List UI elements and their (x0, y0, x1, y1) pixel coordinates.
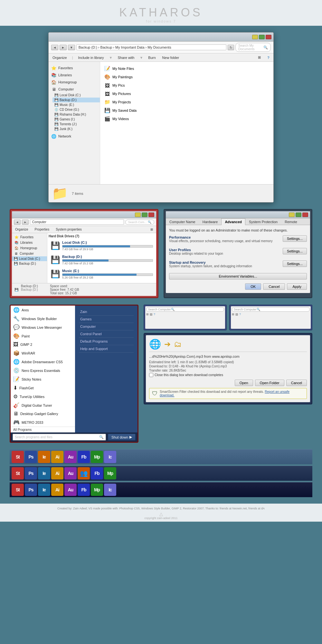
search-box[interactable]: Search My Documents 🔍 (235, 43, 271, 52)
start-right-item-help-and-support[interactable]: Help and Support (79, 345, 134, 353)
burn-button[interactable]: Burn (147, 55, 157, 60)
taskbar-icon-group[interactable]: 👥 (78, 467, 90, 479)
comp-search[interactable]: Search Com... 🔍 (125, 220, 154, 225)
mini-search-1[interactable]: Search Computer 🔍 (146, 307, 224, 312)
mini-help-1[interactable]: ? (154, 313, 155, 316)
sidebar-item-libraries[interactable]: 📚 Libraries (49, 71, 100, 79)
settings-button-user-profiles[interactable]: Settings... (283, 248, 307, 254)
start-right-item-default-programs[interactable]: Default Programs (79, 338, 134, 345)
start-program-desktop-gadget-gallery[interactable]: 🖥Desktop Gadget Gallery (11, 410, 75, 418)
new-folder-button[interactable]: New folder (161, 55, 181, 60)
sp-min[interactable] (289, 213, 295, 217)
all-programs-button[interactable]: All Programs (11, 427, 75, 432)
start-program-sticky-notes[interactable]: 📝Sticky Notes (11, 375, 75, 384)
start-right-item-control-panel[interactable]: Control Panel (79, 330, 134, 338)
comp-libraries[interactable]: 📚 Libraries (12, 240, 47, 245)
taskbar-icon-st[interactable]: St (12, 484, 24, 496)
taskbar-icon-ai[interactable]: Ai (51, 467, 63, 479)
start-program-tuneup-utilities[interactable]: ⚙TuneUp Utilities (11, 392, 75, 401)
mini-help-2[interactable]: ? (239, 313, 241, 316)
taskbar-icon-au[interactable]: Au (64, 451, 77, 463)
taskbar-icon-mp[interactable]: Mp (91, 451, 103, 463)
comp-sysprops[interactable]: System properties (54, 227, 83, 232)
start-program-gimp-2[interactable]: 🖼GIMP 2 (11, 340, 75, 349)
comp-favorites[interactable]: ⭐ Favorites (12, 234, 47, 240)
help-button[interactable]: ? (266, 55, 271, 60)
breadcrumb[interactable]: Backup (D:) › Backup › My Important Data… (76, 44, 226, 50)
settings-button-startup-and-recovery[interactable]: Settings... (283, 260, 307, 267)
apply-button[interactable]: Apply (287, 283, 307, 290)
start-program-windows-live-messenger[interactable]: 💬Windows Live Messenger (11, 323, 75, 332)
start-program-windows-style-builder[interactable]: 🔧Windows Style Builder (11, 314, 75, 323)
mini-view-1[interactable]: ⊞ (146, 313, 149, 316)
taskbar-icon-st[interactable]: St (12, 467, 24, 479)
sidebar-item-computer[interactable]: 🖥 Computer (49, 86, 100, 93)
start-program-nero-express-essentials[interactable]: 💿Nero Express Essentials (11, 366, 75, 375)
taskbar-icon-st[interactable]: St (12, 451, 24, 463)
close-button[interactable] (266, 35, 271, 39)
taskbar-icon-au[interactable]: Au (64, 484, 77, 496)
start-right-item-computer[interactable]: Computer (79, 323, 134, 330)
taskbar-icon-mp[interactable]: Mp (91, 484, 103, 496)
sidebar-item-network[interactable]: 🌐 Network (49, 133, 100, 140)
taskbar-icon-ai[interactable]: Ai (51, 484, 63, 496)
sidebar-torrents-j[interactable]: 💾 Torrents (J:) (52, 122, 100, 127)
taskbar-icon-fb[interactable]: Fb (78, 484, 90, 496)
maximize-button[interactable] (259, 35, 265, 39)
file-item[interactable]: 🎬My Videos (103, 115, 271, 123)
taskbar-icon-fb[interactable]: Fb (78, 451, 90, 463)
file-item[interactable]: 🎨My Paintings (103, 73, 271, 81)
close-on-complete-checkbox[interactable]: Close this dialog box when download comp… (149, 373, 307, 377)
comp-homegroup-item[interactable]: 🏠 Homegroup (12, 245, 47, 251)
tab-hardware[interactable]: Hardware (199, 218, 222, 225)
ok-button[interactable]: OK (245, 283, 261, 290)
comp-properties[interactable]: Properties (33, 227, 51, 232)
mini-view-2[interactable]: ⊞ (232, 313, 234, 316)
include-library-button[interactable]: Include in library (77, 55, 105, 60)
sidebar-music-e[interactable]: 💾 Music (E:) (52, 102, 100, 107)
sidebar-backup-d[interactable]: 💾 Backup (D:) (52, 98, 100, 102)
sidebar-rishams-h[interactable]: 💾 Rishams Data (H:) (52, 112, 100, 117)
open-button[interactable]: Open (235, 380, 253, 386)
taskbar-icon-ie[interactable]: Ie (38, 467, 50, 479)
start-program-digital-guitar-tuner[interactable]: 🎸Digital Guitar Tuner (11, 401, 75, 410)
sidebar-local-disk[interactable]: 💾 Local Disk (C:) (52, 93, 100, 98)
sp-close[interactable] (302, 213, 308, 217)
file-item[interactable]: 📁My Projects (103, 98, 271, 106)
back-button[interactable]: ◄ (51, 45, 58, 50)
file-item[interactable]: 💾My Saved Data (103, 106, 271, 115)
comp-breadcrumb[interactable]: Computer (30, 219, 124, 225)
comp-local-c[interactable]: 💾 Local Disk (C:) (12, 256, 47, 261)
comp-backup-d[interactable]: 💾 Backup (D:) (12, 261, 47, 266)
file-item[interactable]: 📝My Note Files (103, 64, 271, 73)
tab-system-protection[interactable]: System Protection (245, 218, 281, 225)
hdd-item[interactable]: 💾 Backup (D:) 7.42 GB free of 15.2 GB (49, 253, 155, 266)
comp-close[interactable] (148, 213, 154, 217)
start-program-paint[interactable]: 🎨Paint (11, 332, 75, 340)
start-program-flashget[interactable]: ⬇FlashGet (11, 384, 75, 392)
share-with-button[interactable]: Share with (116, 55, 136, 60)
mini-search-2[interactable]: Search Computer 🔍 (232, 307, 310, 312)
mini-detail-1[interactable]: ▤ (150, 313, 153, 316)
settings-button-performance[interactable]: Settings... (283, 235, 307, 242)
start-program-ares[interactable]: 🌐Ares (11, 306, 75, 314)
start-search-box[interactable]: Search programs and files 🔍 (13, 434, 106, 440)
file-item[interactable]: 🖼My Pics (103, 81, 271, 90)
comp-computer-item[interactable]: 🖥 Computer (12, 251, 47, 256)
start-right-item-zain[interactable]: Zain (79, 308, 134, 316)
forward-button[interactable]: ► (60, 45, 67, 50)
cancel-button[interactable]: Cancel (263, 283, 285, 290)
close-checkbox-input[interactable] (149, 373, 153, 377)
env-variables-button[interactable]: Environment Variables... (169, 273, 307, 279)
tab-advanced[interactable]: Advanced (221, 218, 245, 225)
comp-organize[interactable]: Organize (14, 227, 30, 232)
sp-max[interactable] (296, 213, 301, 217)
up-button[interactable]: ▼ (68, 45, 75, 50)
comp-back[interactable]: ◄ (14, 220, 21, 225)
comp-fwd[interactable]: ► (22, 220, 29, 225)
start-program-metro-2033[interactable]: 🎮METRO 2033 (11, 418, 75, 427)
shutdown-button[interactable]: Shut down ▶ (108, 434, 136, 440)
tab-computer-name[interactable]: Computer Name (166, 218, 199, 225)
sidebar-junk-k[interactable]: 💾 Junk (K:) (52, 127, 100, 131)
start-right-item-games[interactable]: Games (79, 316, 134, 323)
